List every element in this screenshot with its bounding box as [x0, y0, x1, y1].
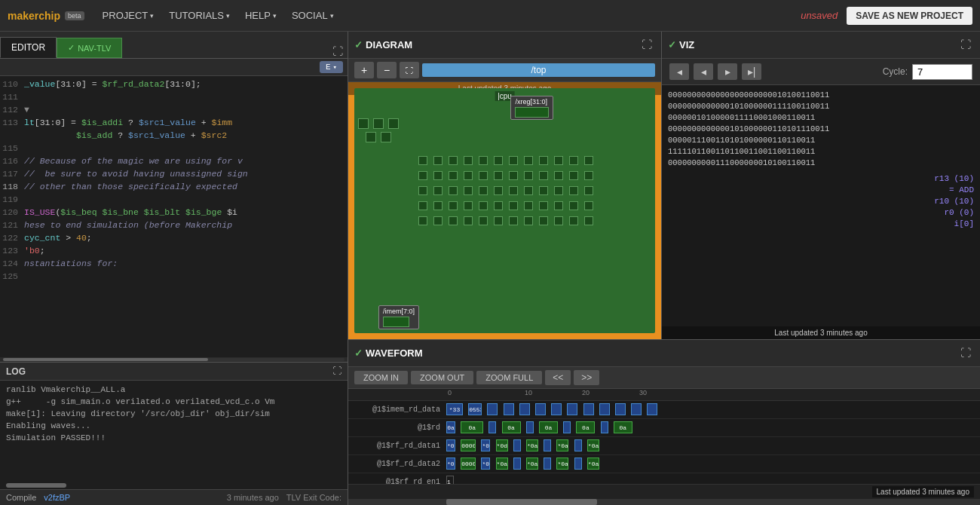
waveform-right-button[interactable]: >>: [574, 370, 599, 385]
diagram-expand-icon[interactable]: ⛶: [639, 38, 655, 53]
c-node: [418, 186, 427, 195]
viz-r10: r10 (10): [668, 196, 974, 207]
waveform-header: ✓ WAVEFORM ⛶: [348, 340, 980, 367]
waveform-controls: ZOOM IN ZOOM OUT ZOOM FULL << >>: [348, 367, 980, 389]
c-node: [433, 186, 443, 195]
wf-row-rf-rd-en1: @1$rf_rd_en1 1: [348, 473, 980, 484]
c-node: [479, 156, 488, 165]
log-title: LOG: [6, 366, 26, 377]
viz-prev-btn[interactable]: ◂: [694, 63, 713, 80]
save-button[interactable]: SAVE AS NEW PROJECT: [847, 7, 972, 25]
viz-cycle-input[interactable]: [912, 64, 972, 80]
viz-next-btn[interactable]: ▸: [718, 63, 737, 80]
nav-right: unsaved SAVE AS NEW PROJECT: [801, 7, 972, 25]
waveform-timestamp: Last updated 3 minutes ago: [872, 486, 974, 497]
c-node: [449, 216, 458, 225]
c-node: [539, 171, 548, 180]
wf-row-rd: @1$rd 0a 0a 0a 0a 0a 0a: [348, 419, 980, 437]
nav-help[interactable]: HELP ▾: [239, 7, 283, 24]
diagram-zoom-in-button[interactable]: +: [354, 62, 374, 78]
beta-badge: beta: [65, 11, 84, 20]
compile-time: 3 minutes ago: [227, 493, 279, 502]
c-node: [449, 201, 458, 210]
wf-label: @1$rf_rd_data2: [348, 460, 446, 468]
waveform-left-button[interactable]: <<: [545, 370, 571, 385]
diagram-zoom-out-button[interactable]: −: [377, 62, 397, 78]
wf-signal[interactable]: 0a 0a 0a 0a 0a 0a: [446, 421, 980, 435]
viz-binary-line: 0000000000000000000000010100110011: [668, 90, 974, 101]
viz-panel: ✓ VIZ ⛶ ◂ ◂ ▸ ▸| Cycle: 0000000000000000…: [662, 32, 980, 339]
wf-row-rf-rd-data1: @1$rf_rd_data1 *00 0000_0000 *00 *0d *0a…: [348, 437, 980, 455]
wf-signal[interactable]: *00 0000_0000 *00 *0d *0a *0a *0a: [446, 439, 980, 453]
viz-check-icon: ✓: [668, 39, 676, 50]
c-node: [539, 186, 548, 195]
c-node: [554, 186, 563, 195]
c-node: [418, 156, 427, 165]
logo: makerchip beta: [8, 10, 84, 22]
nav-menu: PROJECT ▾ TUTORIALS ▾ HELP ▾ SOCIAL ▾: [96, 7, 340, 24]
nav-tutorials[interactable]: TUTORIALS ▾: [163, 7, 236, 24]
viz-binary-line: 0000001010000011110001000110011: [668, 112, 974, 124]
diagram-panel: ✓ DIAGRAM ⛶ + − ⛶ /top |cpu: [348, 32, 662, 339]
c-node: [554, 156, 563, 165]
log-line: Enabling waves...: [6, 420, 341, 432]
log-line: ranlib Vmakerchip__ALL.a: [6, 384, 341, 396]
viz-binary-line: 0000000000000101000000110101110011: [668, 124, 974, 135]
viz-end-btn[interactable]: ▸|: [742, 63, 761, 80]
c-node: [509, 216, 518, 225]
compile-hash[interactable]: v2fzBP: [44, 493, 70, 502]
c-node: [464, 201, 473, 210]
viz-back-btn[interactable]: ◂: [669, 63, 689, 80]
c-node: [358, 118, 369, 129]
nav-project[interactable]: PROJECT ▾: [96, 7, 161, 24]
log-panel: LOG ⛶ ranlib Vmakerchip__ALL.a g++ -g si…: [0, 362, 348, 505]
tab-nav-tlv[interactable]: ✓ NAV-TLV: [57, 38, 122, 58]
c-node: [584, 201, 593, 210]
zoom-out-button[interactable]: ZOOM OUT: [411, 371, 473, 384]
viz-expand-icon[interactable]: ⛶: [957, 38, 974, 53]
wf-signal[interactable]: 1: [446, 476, 980, 485]
c-node: [366, 132, 376, 142]
zoom-full-button[interactable]: ZOOM FULL: [476, 371, 542, 384]
wf-label: @1$rf_rd_en1: [348, 478, 446, 484]
log-line: make[1]: Leaving directory '/src/obj_dir…: [6, 408, 341, 420]
diagram-xreg: /xreg[31:0]: [510, 96, 553, 120]
nav-social[interactable]: SOCIAL ▾: [286, 7, 340, 24]
c-node: [464, 171, 473, 180]
c-node: [509, 156, 518, 165]
viz-binary-line: 0000000000111000000010100110011: [668, 158, 974, 169]
waveform-expand-icon[interactable]: ⛶: [957, 346, 974, 361]
waveform-rows: @1$imem_rd_data *33 0553: [348, 401, 980, 484]
diagram-fit-button[interactable]: ⛶: [400, 62, 419, 78]
zoom-in-button[interactable]: ZOOM IN: [354, 371, 408, 384]
log-line: g++ -g sim_main.o verilated.o verilated_…: [6, 396, 341, 408]
wf-signal[interactable]: *33 0553: [446, 403, 980, 417]
viz-cycle-label: Cycle:: [883, 66, 908, 77]
c-node: [554, 171, 563, 180]
c-node: [494, 186, 503, 195]
viz-controls: ◂ ◂ ▸ ▸| Cycle:: [662, 59, 980, 85]
waveform-title: ✓ WAVEFORM: [354, 347, 423, 359]
wf-signal[interactable]: *00 0000_0000 *00 *0a *0a *0a *0a: [446, 458, 980, 471]
editor-expand-icon[interactable]: ⛶: [332, 46, 343, 58]
c-node: [494, 216, 503, 225]
c-node: [479, 216, 488, 225]
tab-editor[interactable]: EDITOR: [0, 37, 57, 58]
viz-binary-line: 1111101100110110011001100110011: [668, 146, 974, 158]
diagram-canvas[interactable]: |cpu /xreg[31:0]: [348, 82, 661, 339]
c-node: [584, 186, 593, 195]
c-node: [569, 186, 578, 195]
viz-binary-line: 0000011100110101000000110110011: [668, 135, 974, 146]
viz-content: 0000000000000000000000010100110011 00000…: [662, 85, 980, 326]
e-dropdown-button[interactable]: E ▾: [320, 61, 343, 73]
editor-code[interactable]: 110_value[31:0] = $rf_rd_data2[31:0]; 11…: [0, 76, 348, 357]
c-node: [524, 216, 533, 225]
waveform-ruler: 0 10 20 30: [348, 389, 980, 401]
c-node: [539, 201, 548, 210]
diagram-path: /top: [422, 63, 655, 77]
log-expand-icon[interactable]: ⛶: [332, 366, 341, 377]
navbar: makerchip beta PROJECT ▾ TUTORIALS ▾ HEL…: [0, 0, 980, 32]
c-node: [494, 201, 503, 210]
c-node: [569, 156, 578, 165]
c-node: [569, 216, 578, 225]
